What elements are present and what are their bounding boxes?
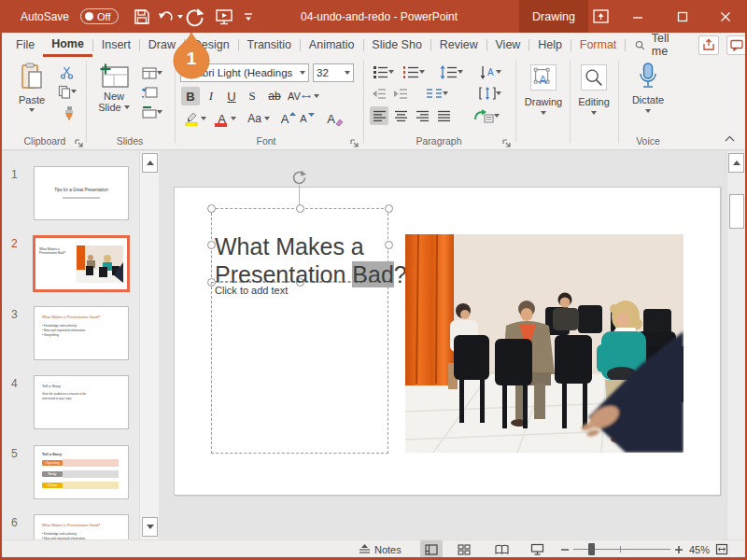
content-placeholder[interactable] xyxy=(211,282,388,454)
columns-button[interactable] xyxy=(422,85,452,102)
strikethrough-button[interactable]: ab xyxy=(263,87,286,105)
content-placeholder-prompt[interactable]: Click to add text xyxy=(215,285,288,296)
drawing-group-button[interactable]: A Drawing xyxy=(519,63,568,115)
highlight-color-button[interactable] xyxy=(181,109,209,128)
copy-dropdown-caret[interactable] xyxy=(71,90,77,93)
tab-review[interactable]: Review xyxy=(431,33,486,57)
underline-button[interactable]: U xyxy=(222,87,241,105)
slide-title-text[interactable]: What Makes a Presentation Bad? xyxy=(215,232,407,288)
close-button[interactable] xyxy=(710,0,741,33)
font-color-button[interactable]: A xyxy=(213,109,241,128)
ribbon-display-options-button[interactable] xyxy=(585,0,616,33)
increase-font-button[interactable]: A xyxy=(280,109,297,128)
main-scrollbar[interactable] xyxy=(726,151,745,539)
reading-view-button[interactable] xyxy=(495,540,509,558)
slideshow-view-button[interactable] xyxy=(530,540,544,558)
align-center-button[interactable] xyxy=(391,106,410,125)
rotate-handle-icon[interactable] xyxy=(290,169,308,187)
paste-dropdown-caret[interactable] xyxy=(29,108,35,112)
line-spacing-button[interactable] xyxy=(435,63,467,80)
collapse-ribbon-button[interactable] xyxy=(721,132,738,145)
slide-6-thumbnail[interactable]: What Makes a Presentation Good? • Knowle… xyxy=(34,514,129,539)
save-button[interactable] xyxy=(134,0,150,33)
audience-photo[interactable] xyxy=(405,234,684,453)
tab-help[interactable]: Help xyxy=(529,33,571,57)
tab-view[interactable]: View xyxy=(487,33,529,57)
drawing-mode-badge[interactable]: Drawing xyxy=(519,0,588,33)
comments-button[interactable] xyxy=(726,35,747,55)
character-spacing-button[interactable]: AV xyxy=(288,87,319,105)
paste-button[interactable]: Paste xyxy=(13,63,50,112)
clear-eraser-icon xyxy=(335,119,344,127)
slide-5-thumbnail[interactable]: Tell a Story Opening Body Close xyxy=(34,445,129,499)
tab-home[interactable]: Home xyxy=(43,33,92,57)
maximize-button[interactable] xyxy=(667,0,698,33)
tab-file[interactable]: File xyxy=(7,33,43,57)
redo-button[interactable] xyxy=(184,0,206,33)
fit-slide-button[interactable] xyxy=(715,540,728,558)
layout-button[interactable] xyxy=(138,64,166,81)
customize-quick-access-button[interactable] xyxy=(243,0,254,33)
notes-button[interactable]: Notes xyxy=(359,540,402,558)
bullets-button[interactable] xyxy=(370,63,396,80)
autosave-toggle[interactable]: Off xyxy=(80,0,119,33)
section-button[interactable] xyxy=(138,104,166,120)
align-text-button[interactable] xyxy=(474,85,506,102)
paragraph-dialog-launcher[interactable] xyxy=(502,135,513,146)
panel-scroll-up-button[interactable] xyxy=(142,153,158,173)
slide-3-thumbnail[interactable]: What Makes a Presentation Good? • Knowle… xyxy=(34,306,129,360)
new-slide-button[interactable]: New Slide xyxy=(93,63,134,113)
format-painter-button[interactable] xyxy=(56,104,77,122)
font-dialog-launcher[interactable] xyxy=(350,135,360,146)
copy-button[interactable] xyxy=(54,83,80,100)
zoom-slider[interactable] xyxy=(573,540,670,558)
slide-sorter-view-button[interactable] xyxy=(458,540,471,558)
main-scroll-up-button[interactable] xyxy=(728,153,744,173)
editing-group-button[interactable]: Editing xyxy=(572,63,615,115)
tab-animations[interactable]: Animatio xyxy=(301,33,363,57)
panel-scroll-down-button[interactable] xyxy=(142,517,158,537)
convert-smartart-button[interactable] xyxy=(469,106,504,125)
zoom-level[interactable]: 45% xyxy=(689,540,710,558)
text-shadow-button[interactable]: S xyxy=(243,87,261,105)
tab-format[interactable]: Format xyxy=(571,33,626,57)
main-scroll-thumb[interactable] xyxy=(729,194,744,229)
panel-scrollbar[interactable] xyxy=(139,151,159,539)
align-left-button[interactable] xyxy=(370,106,388,125)
undo-dropdown-caret[interactable] xyxy=(177,15,183,19)
increase-indent-button[interactable] xyxy=(391,85,410,102)
justify-button[interactable] xyxy=(434,106,453,125)
slide-1-thumbnail[interactable]: Tips for a Great Presentation xyxy=(34,166,129,220)
tab-transitions[interactable]: Transitio xyxy=(239,33,300,57)
slide-4-thumbnail[interactable]: Tell a Story Give the audience a reason … xyxy=(34,375,129,429)
change-case-button[interactable]: Aa xyxy=(245,109,273,128)
clear-formatting-button[interactable]: A xyxy=(325,109,345,128)
clipboard-dialog-launcher[interactable] xyxy=(75,135,85,146)
reset-button[interactable] xyxy=(138,84,161,101)
tell-me-box[interactable]: Tell me xyxy=(626,33,691,57)
decrease-indent-button[interactable] xyxy=(370,85,388,102)
align-right-button[interactable] xyxy=(413,106,431,125)
share-button[interactable] xyxy=(698,35,719,55)
start-slideshow-button[interactable] xyxy=(215,0,233,33)
font-size-combo[interactable]: 32 xyxy=(313,63,354,82)
zoom-slider-thumb[interactable] xyxy=(588,543,595,555)
dictate-button[interactable]: Dictate xyxy=(622,63,674,113)
handle-top-center[interactable] xyxy=(296,204,304,213)
zoom-in-button[interactable] xyxy=(674,540,684,558)
minimize-button[interactable] xyxy=(622,0,654,33)
decrease-font-button[interactable]: A xyxy=(299,109,316,128)
drawing-icon: A xyxy=(530,64,557,91)
slide-2-thumbnail[interactable]: What Makes a Presentation Bad? xyxy=(33,235,130,292)
zoom-out-button[interactable] xyxy=(560,540,570,558)
text-direction-button[interactable]: A xyxy=(474,63,506,80)
tab-insert[interactable]: Insert xyxy=(93,33,139,57)
cut-button[interactable] xyxy=(56,64,77,81)
tab-slideshow[interactable]: Slide Sho xyxy=(363,33,430,57)
undo-button[interactable] xyxy=(157,0,183,33)
normal-view-button[interactable] xyxy=(420,540,443,558)
handle-top-right[interactable] xyxy=(385,204,393,213)
slide-canvas[interactable]: What Makes a Presentation Bad? Click to … xyxy=(174,187,721,496)
handle-top-left[interactable] xyxy=(207,204,216,213)
numbering-button[interactable] xyxy=(400,63,428,80)
